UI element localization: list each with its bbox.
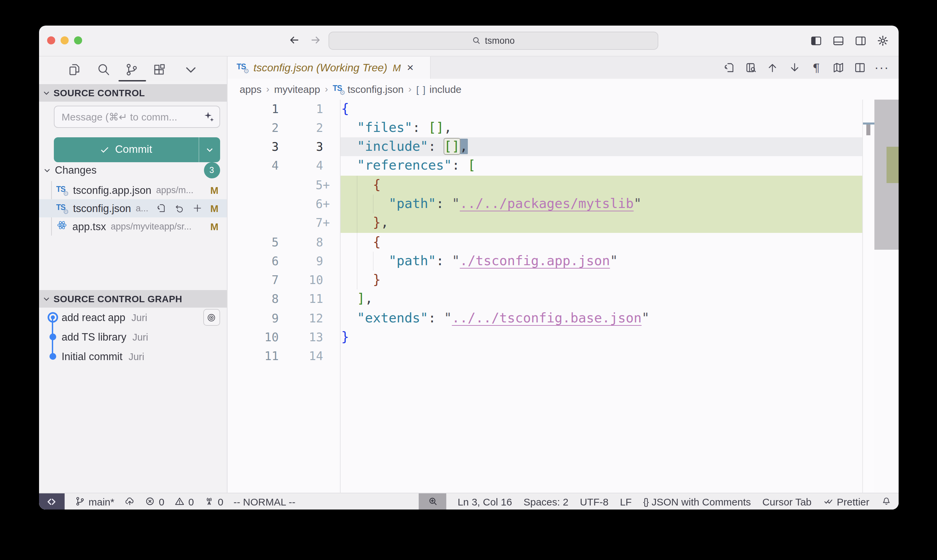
source-control-graph-header[interactable]: SOURCE CONTROL GRAPH bbox=[39, 290, 226, 307]
cursor-position-item[interactable]: Ln 3, Col 16 bbox=[458, 496, 512, 507]
tab-tsconfig-working-tree[interactable]: TS⚙ tsconfig.json (Working Tree) M × bbox=[227, 57, 431, 79]
remote-item[interactable] bbox=[39, 493, 65, 509]
activity-extensions-icon[interactable] bbox=[151, 61, 167, 77]
commit-dot-icon bbox=[47, 351, 58, 362]
breadcrumb-separator: › bbox=[408, 84, 411, 95]
stage-changes-icon[interactable] bbox=[191, 202, 204, 214]
code-line: 22 "files": [], bbox=[227, 118, 899, 138]
original-line-number: 3 bbox=[227, 137, 278, 157]
graph-header-label: SOURCE CONTROL GRAPH bbox=[54, 293, 182, 304]
notifications-item[interactable] bbox=[881, 496, 891, 507]
code-line: 33 "include": [], bbox=[227, 137, 899, 157]
changes-count-badge: 3 bbox=[204, 162, 220, 178]
language-item[interactable]: { }JSON with Comments bbox=[643, 496, 751, 507]
activity-explorer-icon[interactable] bbox=[66, 61, 83, 77]
render-whitespace-icon[interactable]: ¶ bbox=[809, 61, 823, 74]
changed-file-row[interactable]: app.tsxapps/myviteapp/sr...M bbox=[39, 217, 226, 235]
modified-line-number: 4 bbox=[278, 157, 323, 176]
next-change-icon[interactable] bbox=[788, 61, 801, 74]
commit-row[interactable]: Initial commitJuri bbox=[39, 347, 226, 366]
commit-message: add react app bbox=[62, 311, 126, 323]
file-path: apps/myviteapp/sr... bbox=[111, 222, 191, 232]
macos-minimize-button[interactable] bbox=[60, 36, 69, 45]
changed-file-row[interactable]: TS⚙tsconfig.app.jsonapps/m...M bbox=[39, 181, 226, 199]
diff-editor[interactable]: 11{22 "files": [],33 "include": [],44 "r… bbox=[227, 99, 899, 493]
breadcrumb-item-myviteapp[interactable]: myviteapp bbox=[274, 83, 320, 95]
code-line: 11{ bbox=[227, 99, 899, 118]
layout-sidebar-left-icon[interactable] bbox=[809, 34, 823, 48]
ports-item[interactable]: 0 bbox=[204, 496, 223, 507]
file-name: app.tsx bbox=[72, 220, 106, 232]
check-icon bbox=[100, 145, 110, 155]
code-text: "include": [], bbox=[341, 137, 468, 157]
code-line: 710 } bbox=[227, 271, 899, 290]
indentation-item[interactable]: Spaces: 2 bbox=[523, 496, 568, 507]
encoding-item[interactable]: UTF-8 bbox=[580, 496, 609, 507]
settings-gear-icon[interactable] bbox=[876, 34, 889, 48]
breadcrumb-item-tsconfig-json[interactable]: TS⚙tsconfig.json bbox=[333, 83, 404, 95]
commit-dot-icon bbox=[47, 312, 58, 323]
file-path: apps/m... bbox=[156, 185, 194, 195]
warnings-item[interactable]: 0 bbox=[174, 496, 194, 507]
checkout-target-button[interactable] bbox=[203, 309, 220, 326]
breadcrumb-separator: › bbox=[266, 84, 269, 95]
split-editor-icon[interactable] bbox=[853, 61, 867, 74]
macos-maximize-button[interactable] bbox=[74, 36, 82, 45]
changes-file-list: TS⚙tsconfig.app.jsonapps/m...MTS⚙tsconfi… bbox=[39, 181, 226, 235]
layout-sidebar-right-icon[interactable] bbox=[854, 34, 867, 48]
vim-mode-item[interactable]: -- NORMAL -- bbox=[234, 496, 295, 507]
commit-author: Juri bbox=[132, 312, 148, 323]
original-line-number: 10 bbox=[227, 328, 278, 347]
code-text: "files": [], bbox=[341, 118, 452, 138]
open-changes-icon[interactable] bbox=[722, 61, 735, 74]
code-text: "path": "../../packages/mytslib" bbox=[341, 194, 642, 214]
cursor-tab-item[interactable]: Cursor Tab bbox=[762, 496, 811, 507]
copilot-sparkle-icon[interactable] bbox=[199, 111, 219, 123]
discard-changes-icon[interactable] bbox=[173, 202, 185, 214]
commit-dropdown-button[interactable] bbox=[198, 137, 220, 162]
tab-bar: TS⚙ tsconfig.json (Working Tree) M × ¶··… bbox=[227, 57, 899, 79]
commit-message-input[interactable] bbox=[54, 111, 199, 123]
eol-item[interactable]: LF bbox=[620, 496, 632, 507]
inline-view-icon[interactable] bbox=[744, 61, 757, 74]
tab-title: tsconfig.json (Working Tree) bbox=[254, 62, 388, 74]
commit-button-main[interactable]: Commit bbox=[54, 144, 198, 156]
more-actions-icon[interactable]: ··· bbox=[875, 61, 889, 74]
zoom-item[interactable] bbox=[419, 493, 446, 509]
commit-message-box bbox=[54, 106, 220, 128]
commit-button[interactable]: Commit bbox=[54, 137, 220, 162]
activity-views-chevron-icon[interactable] bbox=[182, 61, 198, 77]
navigate-back-icon[interactable] bbox=[287, 33, 302, 48]
code-text: "extends": "../../tsconfig.base.json" bbox=[341, 309, 649, 328]
code-line: 912 "extends": "../../tsconfig.base.json… bbox=[227, 309, 899, 328]
command-center-search[interactable]: tsmono bbox=[328, 31, 659, 49]
activity-search-icon[interactable] bbox=[95, 61, 111, 77]
map-icon[interactable] bbox=[831, 61, 845, 74]
errors-item[interactable]: 0 bbox=[145, 496, 165, 507]
open-file-icon[interactable] bbox=[155, 202, 167, 214]
tsconfig-file-icon: TS⚙ bbox=[56, 203, 68, 213]
previous-change-icon[interactable] bbox=[766, 61, 779, 74]
source-control-header[interactable]: SOURCE CONTROL bbox=[39, 84, 226, 101]
navigate-forward-icon[interactable] bbox=[308, 33, 323, 48]
branch-item[interactable]: main* bbox=[75, 496, 114, 507]
formatter-item[interactable]: Prettier bbox=[823, 496, 869, 507]
commit-message: Initial commit bbox=[62, 350, 123, 362]
changes-section-header[interactable]: Changes 3 bbox=[39, 161, 226, 179]
commit-row[interactable]: add TS libraryJuri bbox=[39, 327, 226, 347]
changes-label: Changes bbox=[55, 164, 97, 176]
breadcrumb-item-apps[interactable]: apps bbox=[240, 83, 262, 95]
activity-source-control-icon[interactable] bbox=[123, 61, 140, 77]
modified-line-number: 1 bbox=[278, 99, 323, 118]
breadcrumb-item-include[interactable]: [ ]include bbox=[416, 83, 462, 95]
publish-item[interactable] bbox=[125, 496, 135, 507]
original-line-number: 7 bbox=[227, 271, 278, 290]
layout-panel-icon[interactable] bbox=[831, 34, 845, 48]
changed-file-row[interactable]: TS⚙tsconfig.jsona...M bbox=[39, 199, 226, 217]
array-symbol-icon: [ ] bbox=[416, 83, 426, 95]
tab-close-icon[interactable]: × bbox=[407, 62, 414, 73]
chevron-down-icon bbox=[39, 294, 54, 303]
minimap[interactable] bbox=[862, 99, 874, 493]
macos-close-button[interactable] bbox=[47, 36, 55, 45]
commit-row[interactable]: add react appJuri bbox=[39, 308, 226, 327]
